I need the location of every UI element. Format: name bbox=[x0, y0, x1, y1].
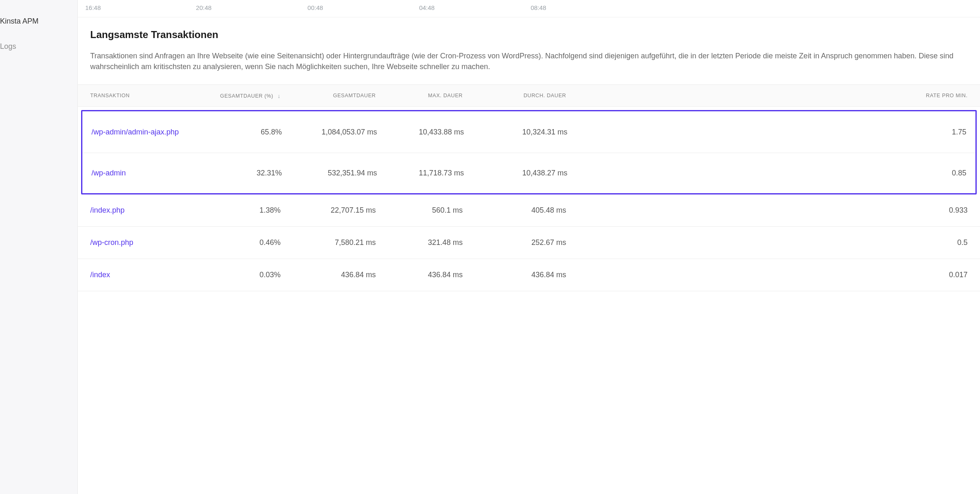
col-total-pct-label: Gesamtdauer (%) bbox=[220, 93, 273, 99]
col-rate[interactable]: Rate pro Min. bbox=[570, 93, 968, 98]
table-row[interactable]: /wp-admin 32.31% 532,351.94 ms 11,718.73… bbox=[82, 153, 975, 193]
time-axis: 16:48 20:48 00:48 04:48 08:48 bbox=[78, 0, 980, 17]
cell-rate: 0.85 bbox=[572, 169, 966, 177]
axis-tick: 00:48 bbox=[307, 4, 323, 11]
sidebar-item-logs[interactable]: Logs bbox=[0, 38, 77, 55]
cell-rate: 0.5 bbox=[570, 238, 968, 247]
axis-tick: 16:48 bbox=[85, 4, 101, 11]
axis-tick: 04:48 bbox=[419, 4, 435, 11]
cell-transaction[interactable]: /index.php bbox=[90, 206, 202, 215]
cell-total-pct: 0.03% bbox=[206, 271, 281, 279]
cell-avg-dur: 10,438.27 ms bbox=[468, 169, 567, 177]
cell-transaction[interactable]: /index bbox=[90, 271, 202, 279]
cell-max-dur: 321.48 ms bbox=[380, 238, 463, 247]
cell-max-dur: 10,433.88 ms bbox=[381, 128, 464, 137]
table-row[interactable]: /wp-cron.php 0.46% 7,580.21 ms 321.48 ms… bbox=[78, 227, 980, 259]
section-description: Transaktionen sind Anfragen an Ihre Webs… bbox=[90, 50, 968, 72]
cell-total-dur: 22,707.15 ms bbox=[285, 206, 376, 215]
table-row[interactable]: /wp-admin/admin-ajax.php 65.8% 1,084,053… bbox=[82, 111, 975, 153]
cell-total-pct: 1.38% bbox=[206, 206, 281, 215]
cell-total-pct: 0.46% bbox=[206, 238, 281, 247]
cell-total-dur: 532,351.94 ms bbox=[286, 169, 377, 177]
cell-total-dur: 7,580.21 ms bbox=[285, 238, 376, 247]
cell-avg-dur: 405.48 ms bbox=[467, 206, 566, 215]
col-avg-dur[interactable]: Durch. Dauer bbox=[467, 93, 566, 98]
col-max-dur[interactable]: Max. Dauer bbox=[380, 93, 463, 98]
sidebar-item-kinsta-apm[interactable]: Kinsta APM bbox=[0, 12, 77, 30]
cell-rate: 0.017 bbox=[570, 271, 968, 279]
axis-tick: 20:48 bbox=[196, 4, 212, 11]
sort-desc-icon: ↓ bbox=[277, 93, 281, 99]
col-transaction[interactable]: Transaktion bbox=[90, 93, 202, 98]
table-row[interactable]: /index 0.03% 436.84 ms 436.84 ms 436.84 … bbox=[78, 259, 980, 291]
cell-total-dur: 1,084,053.07 ms bbox=[286, 127, 377, 137]
cell-total-pct: 65.8% bbox=[207, 128, 282, 137]
sidebar: Kinsta APM Logs bbox=[0, 0, 77, 494]
cell-transaction[interactable]: /wp-admin/admin-ajax.php bbox=[91, 128, 203, 137]
col-total-dur[interactable]: Gesamtdauer bbox=[285, 93, 376, 98]
cell-transaction[interactable]: /wp-admin bbox=[91, 169, 203, 177]
main-panel: 16:48 20:48 00:48 04:48 08:48 Langsamste… bbox=[77, 0, 980, 494]
transactions-table: Transaktion Gesamtdauer (%) ↓ Gesamtdaue… bbox=[78, 84, 980, 291]
cell-max-dur: 11,718.73 ms bbox=[381, 169, 464, 177]
cell-avg-dur: 10,324.31 ms bbox=[468, 128, 567, 137]
highlighted-rows: /wp-admin/admin-ajax.php 65.8% 1,084,053… bbox=[81, 110, 977, 194]
table-header-row: Transaktion Gesamtdauer (%) ↓ Gesamtdaue… bbox=[78, 84, 980, 107]
col-total-pct[interactable]: Gesamtdauer (%) ↓ bbox=[206, 92, 281, 99]
table-row[interactable]: /index.php 1.38% 22,707.15 ms 560.1 ms 4… bbox=[78, 194, 980, 227]
cell-max-dur: 436.84 ms bbox=[380, 271, 463, 279]
section-heading: Langsamste Transaktionen bbox=[90, 29, 968, 41]
cell-rate: 1.75 bbox=[572, 128, 966, 137]
cell-max-dur: 560.1 ms bbox=[380, 206, 463, 215]
cell-total-dur: 436.84 ms bbox=[285, 271, 376, 279]
cell-avg-dur: 252.67 ms bbox=[467, 238, 566, 247]
cell-total-pct: 32.31% bbox=[207, 169, 282, 177]
cell-avg-dur: 436.84 ms bbox=[467, 271, 566, 279]
axis-tick: 08:48 bbox=[531, 4, 546, 11]
cell-rate: 0.933 bbox=[570, 206, 968, 215]
cell-transaction[interactable]: /wp-cron.php bbox=[90, 238, 202, 247]
